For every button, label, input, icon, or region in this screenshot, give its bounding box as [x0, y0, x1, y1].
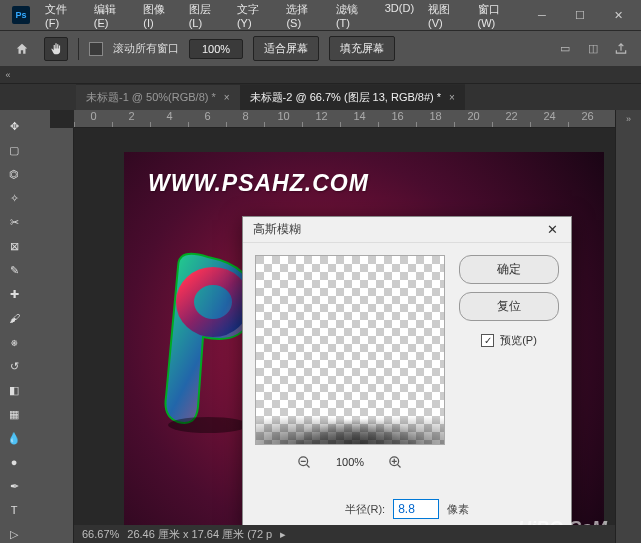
ok-button[interactable]: 确定 — [459, 255, 559, 284]
dialog-close-icon[interactable]: ✕ — [543, 221, 561, 239]
close-tab-icon[interactable]: × — [224, 92, 230, 103]
tab-label: 未标题-2 @ 66.7% (图层 13, RGB/8#) * — [250, 90, 442, 105]
menu-view[interactable]: 视图(V) — [421, 0, 470, 35]
crop-tool-icon[interactable]: ✂ — [3, 211, 25, 233]
menu-filter[interactable]: 滤镜(T) — [329, 0, 378, 35]
menu-type[interactable]: 文字(Y) — [230, 0, 279, 35]
main-menu: 文件(F) 编辑(E) 图像(I) 图层(L) 文字(Y) 选择(S) 滤镜(T… — [38, 0, 523, 35]
preview-zoom: 100% — [336, 456, 364, 468]
path-tool-icon[interactable]: ▷ — [3, 523, 25, 543]
ruler-vertical — [50, 128, 74, 543]
titlebar: Ps 文件(F) 编辑(E) 图像(I) 图层(L) 文字(Y) 选择(S) 滤… — [0, 0, 641, 30]
menu-layer[interactable]: 图层(L) — [182, 0, 230, 35]
minimize-button[interactable]: ─ — [523, 1, 561, 29]
panel-icon-1[interactable]: ▭ — [555, 39, 575, 59]
brush-tool-icon[interactable]: 🖌 — [3, 307, 25, 329]
menu-image[interactable]: 图像(I) — [136, 0, 181, 35]
radius-unit: 像素 — [447, 502, 469, 517]
home-icon[interactable] — [10, 37, 34, 61]
radius-label: 半径(R): — [345, 502, 385, 517]
menu-select[interactable]: 选择(S) — [279, 0, 328, 35]
panel-icon-2[interactable]: ◫ — [583, 39, 603, 59]
document-tabs: 未标题-1 @ 50%(RGB/8) * × 未标题-2 @ 66.7% (图层… — [76, 84, 641, 110]
dodge-tool-icon[interactable]: ● — [3, 451, 25, 473]
menu-3d[interactable]: 3D(D) — [378, 0, 421, 35]
menu-edit[interactable]: 编辑(E) — [87, 0, 136, 35]
tab-doc-1[interactable]: 未标题-1 @ 50%(RGB/8) * × — [76, 84, 240, 110]
blur-tool-icon[interactable]: 💧 — [3, 427, 25, 449]
wand-tool-icon[interactable]: ✧ — [3, 187, 25, 209]
eyedropper-tool-icon[interactable]: ✎ — [3, 259, 25, 281]
marquee-tool-icon[interactable]: ▢ — [3, 139, 25, 161]
share-icon[interactable] — [611, 39, 631, 59]
ruler-horizontal — [74, 110, 615, 128]
tab-label: 未标题-1 @ 50%(RGB/8) * — [86, 90, 216, 105]
options-bar: 滚动所有窗口 100% 适合屏幕 填充屏幕 ▭ ◫ — [0, 30, 641, 66]
tool-palette: ✥ ▢ ⏣ ✧ ✂ ⊠ ✎ ✚ 🖌 ⎈ ↺ ◧ ▦ 💧 ● ✒ T ▷ ▭ ✋ … — [0, 110, 50, 543]
scroll-all-checkbox[interactable] — [89, 42, 103, 56]
status-zoom[interactable]: 66.67% — [82, 528, 119, 540]
svg-point-1 — [168, 417, 248, 433]
history-brush-icon[interactable]: ↺ — [3, 355, 25, 377]
artwork-text: WWW.PSAHZ.COM — [148, 170, 369, 197]
fit-screen-button[interactable]: 适合屏幕 — [253, 36, 319, 61]
eraser-tool-icon[interactable]: ◧ — [3, 379, 25, 401]
canvas-area: WWW.PSAHZ.COM 高斯模糊 — [50, 110, 615, 543]
hand-tool-icon[interactable] — [44, 37, 68, 61]
zoom-value[interactable]: 100% — [189, 39, 243, 59]
preview-label: 预览(P) — [500, 333, 537, 348]
frame-tool-icon[interactable]: ⊠ — [3, 235, 25, 257]
fill-screen-button[interactable]: 填充屏幕 — [329, 36, 395, 61]
gaussian-blur-dialog: 高斯模糊 ✕ 100% 确定 — [242, 216, 572, 534]
status-dropdown-icon[interactable]: ▸ — [280, 528, 286, 541]
reset-button[interactable]: 复位 — [459, 292, 559, 321]
filter-preview[interactable] — [255, 255, 445, 445]
preview-checkbox[interactable]: ✓ — [481, 334, 494, 347]
move-tool-icon[interactable]: ✥ — [3, 115, 25, 137]
status-bar: 66.67% 26.46 厘米 x 17.64 厘米 (72 p ▸ — [74, 525, 615, 543]
tab-doc-2[interactable]: 未标题-2 @ 66.7% (图层 13, RGB/8#) * × — [240, 84, 465, 110]
app-logo: Ps — [12, 6, 30, 24]
menu-window[interactable]: 窗口(W) — [471, 0, 523, 35]
right-panel-strip: » — [615, 110, 641, 543]
zoom-in-icon[interactable] — [386, 453, 404, 471]
pen-tool-icon[interactable]: ✒ — [3, 475, 25, 497]
type-tool-icon[interactable]: T — [3, 499, 25, 521]
stamp-tool-icon[interactable]: ⎈ — [3, 331, 25, 353]
radius-input[interactable] — [393, 499, 439, 519]
heal-tool-icon[interactable]: ✚ — [3, 283, 25, 305]
gradient-tool-icon[interactable]: ▦ — [3, 403, 25, 425]
collapse-icon[interactable]: « — [0, 70, 16, 80]
lasso-tool-icon[interactable]: ⏣ — [3, 163, 25, 185]
maximize-button[interactable]: ☐ — [561, 1, 599, 29]
close-button[interactable]: ✕ — [599, 1, 637, 29]
dialog-title: 高斯模糊 — [253, 221, 543, 238]
collapse-right-icon[interactable]: » — [621, 114, 637, 124]
menu-file[interactable]: 文件(F) — [38, 0, 87, 35]
scroll-all-label: 滚动所有窗口 — [113, 41, 179, 56]
status-dims: 26.46 厘米 x 17.64 厘米 (72 p — [127, 527, 272, 542]
close-tab-icon[interactable]: × — [449, 92, 455, 103]
zoom-out-icon[interactable] — [296, 453, 314, 471]
